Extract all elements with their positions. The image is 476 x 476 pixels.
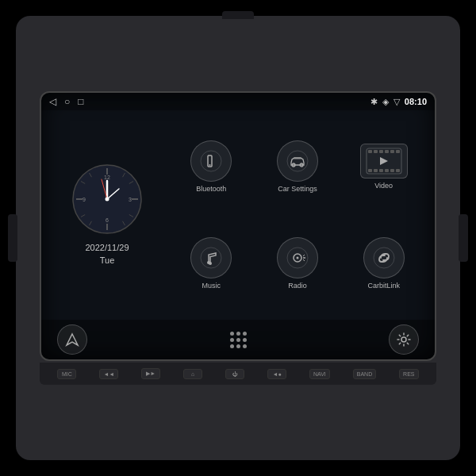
- svg-rect-29: [379, 150, 383, 153]
- settings-button[interactable]: [389, 324, 419, 355]
- location-icon: ◈: [382, 97, 389, 107]
- car-unit: ◁ ○ □ ✱ ◈ ▽ 08:10: [16, 16, 460, 460]
- apps-launcher[interactable]: [230, 332, 247, 348]
- app-car-settings[interactable]: Car Settings: [256, 120, 340, 213]
- svg-rect-27: [368, 150, 372, 153]
- recents-button[interactable]: □: [78, 96, 83, 107]
- car-settings-label: Car Settings: [278, 185, 317, 193]
- prev-button[interactable]: ◄◄: [99, 369, 118, 379]
- next-button[interactable]: ▶►: [141, 368, 160, 379]
- svg-point-49: [374, 248, 394, 268]
- svg-point-23: [287, 151, 308, 171]
- status-bar: ◁ ○ □ ✱ ◈ ▽ 08:10: [41, 93, 435, 110]
- svg-point-45: [296, 257, 298, 259]
- svg-point-51: [401, 337, 406, 342]
- carbitlink-icon: [363, 237, 405, 278]
- music-label: Music: [202, 282, 221, 290]
- svg-rect-33: [368, 169, 372, 172]
- app-music[interactable]: Music: [170, 217, 253, 310]
- right-mount: [459, 214, 468, 262]
- status-icons: ✱ ◈ ▽ 08:10: [370, 97, 427, 107]
- mute-button[interactable]: ◄●: [267, 369, 286, 379]
- svg-marker-39: [380, 157, 388, 165]
- svg-text:12: 12: [104, 175, 110, 180]
- svg-rect-34: [374, 169, 378, 172]
- left-mount: [8, 214, 17, 262]
- clock-section: 12 6 9 3 2022/11/29: [48, 117, 167, 313]
- apps-grid: Bluetooth Car Settings: [167, 117, 428, 313]
- svg-rect-32: [396, 150, 400, 153]
- car-settings-icon: [277, 140, 318, 182]
- svg-rect-38: [396, 169, 400, 172]
- radio-icon: [277, 237, 318, 278]
- day-text: Tue: [85, 254, 129, 267]
- app-video[interactable]: Video: [342, 120, 425, 213]
- physical-buttons-row: MIC ◄◄ ▶► ⌂ ⏻ ◄● NAVI BAND RES: [40, 363, 436, 385]
- bottom-bar: [41, 320, 435, 359]
- svg-rect-37: [390, 169, 394, 172]
- date-text: 2022/11/29: [85, 241, 129, 255]
- carbitlink-label: CarbitLink: [367, 282, 400, 290]
- top-nub: [222, 11, 254, 19]
- svg-rect-31: [390, 150, 394, 153]
- nav-buttons: ◁ ○ □: [49, 96, 84, 107]
- video-icon: [360, 144, 408, 178]
- svg-text:3: 3: [129, 197, 132, 202]
- svg-point-42: [209, 262, 212, 265]
- back-button[interactable]: ◁: [49, 96, 56, 107]
- app-radio[interactable]: Radio: [256, 217, 340, 310]
- svg-rect-36: [385, 169, 389, 172]
- radio-label: Radio: [288, 282, 307, 290]
- wifi-icon: ▽: [393, 97, 400, 107]
- svg-line-48: [303, 259, 305, 261]
- svg-point-22: [209, 164, 211, 166]
- music-icon: [190, 237, 232, 278]
- svg-point-21: [201, 151, 221, 171]
- svg-rect-30: [385, 150, 389, 153]
- svg-point-20: [106, 197, 109, 201]
- band-button[interactable]: BAND: [353, 369, 376, 379]
- svg-rect-28: [374, 150, 378, 153]
- time-display: 08:10: [405, 97, 427, 106]
- analog-clock: 12 6 9 3: [71, 163, 143, 235]
- date-display: 2022/11/29 Tue: [85, 241, 129, 267]
- bluetooth-app-icon: [190, 140, 232, 182]
- svg-line-47: [303, 255, 305, 256]
- navi-button[interactable]: NAVI: [309, 369, 330, 379]
- dot-grid-icon: [230, 332, 247, 348]
- bluetooth-icon: ✱: [370, 97, 378, 107]
- mic-button[interactable]: MIC: [57, 369, 76, 379]
- main-content: 12 6 9 3 2022/11/29: [41, 110, 435, 320]
- video-label: Video: [374, 182, 393, 190]
- app-bluetooth[interactable]: Bluetooth: [170, 120, 253, 213]
- svg-text:6: 6: [106, 217, 109, 223]
- svg-point-40: [201, 248, 221, 268]
- app-carbitlink[interactable]: CarbitLink: [342, 217, 425, 310]
- res-button[interactable]: RES: [399, 369, 418, 379]
- home-phys-button[interactable]: ⌂: [183, 369, 202, 379]
- home-button[interactable]: ○: [64, 96, 70, 107]
- navigation-button[interactable]: [57, 324, 87, 355]
- power-button[interactable]: ⏻: [225, 369, 244, 379]
- bluetooth-label: Bluetooth: [196, 185, 226, 193]
- svg-text:9: 9: [83, 197, 86, 202]
- svg-rect-35: [379, 169, 383, 172]
- svg-marker-50: [67, 334, 78, 345]
- main-screen: ◁ ○ □ ✱ ◈ ▽ 08:10: [40, 91, 436, 361]
